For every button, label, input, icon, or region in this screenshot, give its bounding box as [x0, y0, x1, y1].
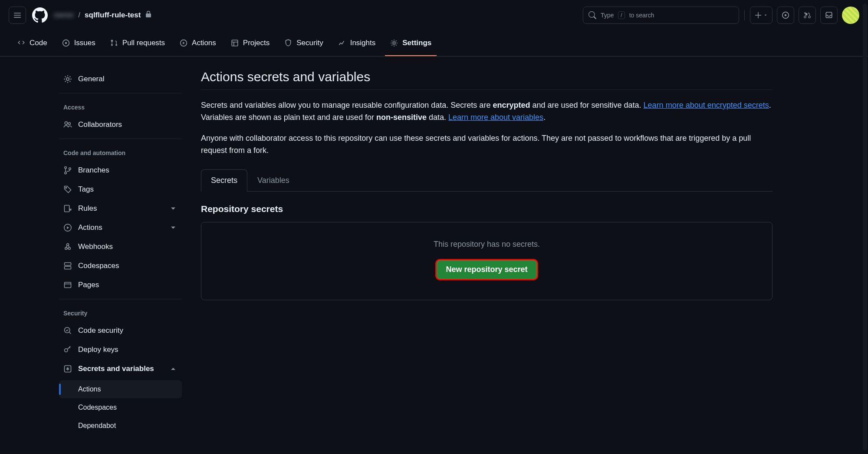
- projects-icon: [231, 39, 239, 47]
- sidebar-item-actions[interactable]: Actions: [59, 218, 182, 237]
- triangle-down-icon: [763, 13, 768, 17]
- scrollbar[interactable]: [863, 3, 867, 451]
- issues-button[interactable]: [777, 7, 794, 24]
- tab-actions[interactable]: Actions: [174, 30, 221, 56]
- svg-point-19: [65, 247, 67, 249]
- tab-settings[interactable]: Settings: [385, 30, 437, 56]
- subnav-dependabot-label: Dependabot: [78, 422, 116, 430]
- subnav-actions[interactable]: Actions: [59, 380, 182, 398]
- sidebar-webhooks-label: Webhooks: [78, 242, 113, 251]
- subnav-actions-label: Actions: [78, 385, 101, 393]
- create-new-button[interactable]: [750, 7, 773, 24]
- sidebar-item-codespaces[interactable]: Codespaces: [59, 256, 182, 275]
- codespaces-icon: [63, 262, 72, 270]
- tab-secrets[interactable]: Secrets: [201, 169, 247, 192]
- tab-issues-label: Issues: [74, 39, 95, 47]
- svg-point-10: [66, 78, 69, 80]
- breadcrumb-repo[interactable]: sqlfluff-rule-test: [85, 11, 141, 20]
- search-label-post: to search: [629, 12, 654, 19]
- svg-point-5: [111, 44, 113, 46]
- empty-secrets-box: This repository has no secrets. New repo…: [201, 222, 773, 300]
- settings-sidebar: General Access Collaborators Code and au…: [0, 70, 193, 435]
- sidebar-heading-security: Security: [59, 304, 182, 321]
- repo-push-icon: [63, 204, 72, 213]
- sidebar-item-branches[interactable]: Branches: [59, 161, 182, 180]
- repo-nav: Code Issues Pull requests Actions Projec…: [0, 30, 868, 56]
- avatar[interactable]: [842, 7, 859, 24]
- svg-point-9: [393, 42, 395, 44]
- chevron-up-icon: [169, 365, 178, 373]
- issue-icon: [62, 39, 70, 47]
- tab-issues[interactable]: Issues: [57, 30, 101, 56]
- new-repository-secret-button[interactable]: New repository secret: [437, 260, 536, 279]
- people-icon: [63, 120, 72, 129]
- graph-icon: [338, 39, 346, 47]
- desc-text: Secrets and variables allow you to manag…: [201, 101, 493, 109]
- sidebar-item-deploy-keys[interactable]: Deploy keys: [59, 340, 182, 359]
- plus-icon: [755, 12, 762, 19]
- github-logo[interactable]: [31, 7, 49, 24]
- main-content: Actions secrets and variables Secrets an…: [193, 70, 868, 435]
- svg-point-12: [68, 123, 70, 125]
- sidebar-item-tags[interactable]: Tags: [59, 180, 182, 199]
- svg-point-6: [115, 44, 117, 46]
- sidebar-item-rules[interactable]: Rules: [59, 199, 182, 218]
- key-asterisk-icon: [63, 365, 72, 373]
- svg-point-25: [65, 328, 70, 333]
- svg-point-16: [66, 187, 67, 189]
- page-title: Actions secrets and variables: [201, 70, 773, 90]
- sidebar-item-code-security[interactable]: Code security: [59, 321, 182, 340]
- inbox-icon: [825, 11, 833, 19]
- hamburger-menu-button[interactable]: [9, 7, 26, 24]
- search-kbd: /: [618, 11, 625, 19]
- svg-rect-17: [65, 205, 69, 212]
- svg-rect-8: [232, 40, 238, 46]
- sidebar-item-general[interactable]: General: [59, 70, 182, 89]
- tab-settings-label: Settings: [402, 39, 431, 47]
- subnav-dependabot[interactable]: Dependabot: [59, 417, 182, 435]
- svg-point-3: [65, 42, 67, 44]
- sidebar-codesec-label: Code security: [78, 326, 123, 335]
- sidebar-secrets-label: Secrets and variables: [78, 365, 154, 373]
- svg-point-20: [68, 247, 70, 249]
- link-encrypted-secrets[interactable]: Learn more about encrypted secrets: [644, 101, 769, 109]
- sidebar-item-webhooks[interactable]: Webhooks: [59, 237, 182, 256]
- sidebar-pages-label: Pages: [78, 281, 99, 289]
- empty-message: This repository has no secrets.: [210, 240, 763, 249]
- tab-security[interactable]: Security: [279, 30, 328, 56]
- tab-code[interactable]: Code: [12, 30, 53, 56]
- gear-icon: [390, 39, 398, 47]
- tab-projects-label: Projects: [243, 39, 270, 47]
- svg-rect-24: [65, 282, 71, 288]
- tab-insights[interactable]: Insights: [333, 30, 381, 56]
- pull-requests-button[interactable]: [799, 7, 816, 24]
- tag-icon: [63, 185, 72, 194]
- breadcrumb-owner[interactable]: owner: [54, 11, 74, 20]
- link-variables[interactable]: Learn more about variables: [448, 113, 543, 122]
- inbox-button[interactable]: [820, 7, 838, 24]
- sidebar-actions-label: Actions: [78, 223, 102, 232]
- settings-layout: General Access Collaborators Code and au…: [0, 56, 868, 435]
- sidebar-item-pages[interactable]: Pages: [59, 275, 182, 295]
- description-p2: Anyone with collaborator access to this …: [201, 133, 773, 157]
- pr-icon: [110, 39, 118, 47]
- tab-insights-label: Insights: [350, 39, 376, 47]
- secrets-variables-tabs: Secrets Variables: [201, 169, 773, 192]
- sidebar-item-secrets-variables[interactable]: Secrets and variables: [59, 359, 182, 378]
- svg-point-15: [69, 168, 71, 170]
- sidebar-item-collaborators[interactable]: Collaborators: [59, 115, 182, 134]
- section-repository-secrets: Repository secrets: [201, 204, 773, 214]
- tab-variables[interactable]: Variables: [247, 169, 299, 192]
- subnav-codespaces[interactable]: Codespaces: [59, 398, 182, 417]
- codescan-icon: [63, 326, 72, 335]
- svg-point-11: [65, 122, 67, 124]
- search-input[interactable]: Type / to search: [583, 7, 739, 24]
- subnav-codespaces-label: Codespaces: [78, 404, 117, 411]
- gear-icon: [63, 75, 72, 83]
- tab-pull-requests[interactable]: Pull requests: [105, 30, 170, 56]
- breadcrumb: owner / sqlfluff-rule-test: [54, 11, 152, 20]
- svg-rect-22: [65, 263, 71, 265]
- tab-projects[interactable]: Projects: [226, 30, 275, 56]
- svg-point-4: [111, 40, 113, 41]
- sidebar-collaborators-label: Collaborators: [78, 120, 122, 129]
